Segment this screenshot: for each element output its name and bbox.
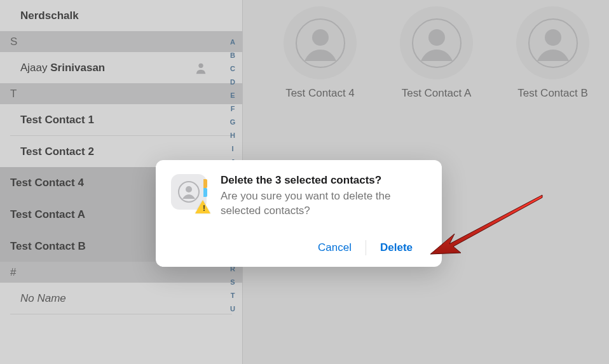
delete-button[interactable]: Delete — [366, 236, 427, 259]
svg-point-8 — [186, 186, 192, 192]
contacts-app-icon: ! — [171, 174, 207, 210]
tab-decoration — [203, 179, 207, 197]
dialog-title: Delete the 3 selected contacts? — [221, 174, 427, 187]
delete-confirmation-dialog: ! Delete the 3 selected contacts? Are yo… — [156, 160, 442, 267]
cancel-button[interactable]: Cancel — [304, 236, 366, 259]
dialog-message: Are you sure you want to delete the sele… — [221, 189, 427, 219]
